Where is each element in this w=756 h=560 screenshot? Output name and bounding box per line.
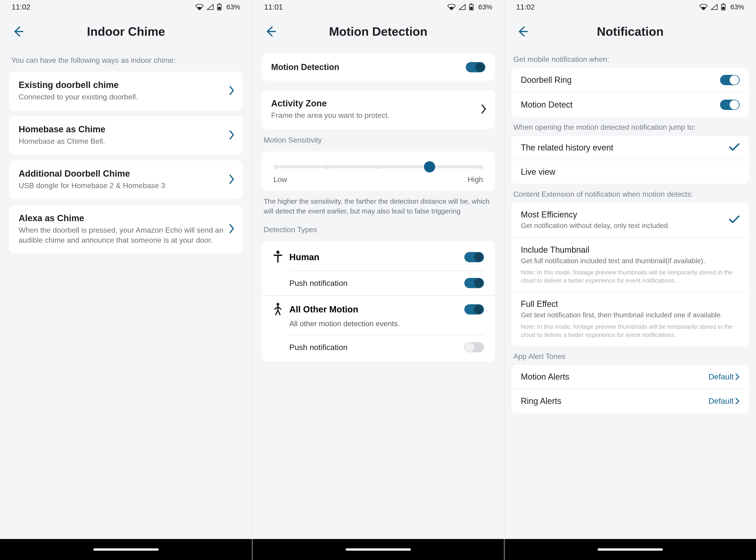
jump-to-list: The related history event Live view [512, 136, 749, 184]
sensitivity-slider-card: Low High [262, 152, 495, 191]
status-time: 11:01 [264, 3, 283, 12]
battery-icon [721, 3, 726, 11]
content-area: Get mobile notification when: Doorbell R… [504, 49, 756, 539]
page-title: Notification [504, 24, 756, 39]
arrow-left-icon [264, 25, 277, 38]
row-label: Live view [521, 167, 740, 177]
detection-type-all-other: All Other Motion All other motion detect… [262, 296, 495, 359]
back-button[interactable] [262, 23, 279, 40]
row-sub: Frame the area you want to protect. [271, 111, 485, 120]
opt-title: Include Thumbnail [521, 245, 740, 255]
option-sub: When the doorbell is pressed, your Amazo… [19, 225, 233, 245]
wifi-icon [447, 4, 456, 10]
svg-rect-2 [218, 7, 220, 10]
chevron-right-icon [481, 104, 487, 115]
status-bar: 11:02 63% [504, 0, 756, 14]
row-value: Default [709, 396, 734, 405]
system-navbar [504, 539, 756, 560]
home-indicator[interactable] [345, 548, 411, 551]
slider-thumb[interactable] [424, 161, 435, 173]
chevron-right-icon [229, 130, 235, 141]
home-indicator[interactable] [93, 548, 159, 551]
cell-signal-icon [207, 4, 214, 10]
check-icon [729, 215, 740, 225]
back-button[interactable] [514, 23, 531, 40]
row-label: Motion Alerts [521, 372, 709, 382]
push-label: Push notification [289, 279, 348, 288]
battery-percent: 63% [478, 3, 492, 11]
svg-point-6 [276, 251, 280, 254]
option-title: Alexa as Chime [19, 213, 233, 223]
chime-option-additional[interactable]: Additional Doorbell Chime USB dongle for… [9, 160, 243, 199]
wifi-icon [196, 4, 203, 10]
sensitivity-desc: The higher the sensitivity, the farther … [264, 197, 493, 216]
screen-notification: 11:02 63% Notification Get mobile notifi… [504, 0, 756, 560]
motion-detect-toggle[interactable] [720, 100, 740, 110]
dt-name: All Other Motion [289, 304, 358, 315]
notify-motion-detect: Motion Detect [512, 93, 749, 117]
content-area: You can have the following ways as indoo… [0, 49, 252, 539]
human-toggle[interactable] [464, 252, 484, 262]
row-label: Ring Alerts [521, 396, 709, 406]
row-title: Activity Zone [271, 98, 485, 108]
check-icon [729, 143, 740, 152]
option-title: Homebase as Chime [19, 124, 233, 134]
alert-tone-ring[interactable]: Ring Alerts Default [512, 389, 749, 413]
battery-icon [469, 3, 474, 11]
dt-name: Human [289, 252, 319, 262]
chime-option-alexa[interactable]: Alexa as Chime When the doorbell is pres… [9, 205, 243, 254]
jump-to-live-view[interactable]: Live view [512, 160, 749, 184]
chevron-right-icon [735, 373, 740, 381]
section-get-notification: Get mobile notification when: [513, 55, 747, 64]
opt-sub: Get full notification included text and … [521, 256, 740, 266]
back-button[interactable] [10, 23, 26, 40]
option-title: Additional Doorbell Chime [19, 169, 233, 179]
chevron-right-icon [229, 224, 235, 235]
doorbell-ring-toggle[interactable] [720, 75, 740, 85]
section-content-ext: Content Extension of notification when m… [513, 190, 747, 199]
slider-high-label: High [467, 175, 483, 184]
screen-indoor-chime: 11:02 63% Indoor Chime You can have the … [0, 0, 252, 560]
app-header: Indoor Chime [0, 14, 252, 49]
motion-detection-toggle[interactable] [466, 62, 485, 72]
home-indicator[interactable] [598, 548, 663, 551]
page-title: Motion Detection [253, 24, 504, 39]
row-label: Doorbell Ring [521, 75, 720, 85]
status-time: 11:02 [12, 3, 30, 12]
detection-type-human: Human Push notification [262, 243, 495, 296]
content-ext-list: Most Efficiency Get notification without… [512, 203, 749, 346]
chime-option-existing[interactable]: Existing doorbell chime Connected to you… [9, 72, 243, 111]
arrow-left-icon [516, 25, 529, 38]
human-push-toggle[interactable] [464, 278, 484, 288]
notify-when-list: Doorbell Ring Motion Detect [512, 68, 749, 117]
alert-tone-motion[interactable]: Motion Alerts Default [512, 365, 749, 389]
wifi-icon [699, 4, 708, 10]
detection-types-card: Human Push notification All Other Motion [262, 241, 495, 362]
all-other-push-toggle[interactable] [464, 342, 484, 352]
content-ext-full-effect[interactable]: Full Effect Get text notification first,… [512, 292, 749, 346]
app-header: Motion Detection [253, 14, 504, 49]
svg-rect-12 [722, 7, 724, 10]
activity-zone-row[interactable]: Activity Zone Frame the area you want to… [262, 90, 495, 129]
content-ext-most-efficiency[interactable]: Most Efficiency Get notification without… [512, 203, 749, 238]
status-time: 11:02 [516, 3, 535, 12]
motion-icon [273, 303, 283, 316]
chime-option-homebase[interactable]: Homebase as Chime Homebase as Chime Bell… [9, 116, 243, 155]
alert-tones-list: Motion Alerts Default Ring Alerts Defaul… [512, 365, 749, 413]
intro-text: You can have the following ways as indoo… [11, 56, 241, 65]
opt-sub: Get notification without delay, only tex… [521, 221, 724, 231]
section-alert-tones: App Alert Tones [513, 352, 747, 361]
content-ext-include-thumbnail[interactable]: Include Thumbnail Get full notification … [512, 238, 749, 292]
opt-note: Note: In this mode, footage preview thum… [521, 323, 740, 339]
page-title: Indoor Chime [0, 24, 252, 39]
all-other-toggle[interactable] [464, 304, 484, 315]
opt-sub: Get text notification first, then thumbn… [521, 310, 740, 320]
screen-motion-detection: 11:01 63% Motion Detection Motion Detect… [252, 0, 504, 560]
chevron-right-icon [229, 174, 235, 185]
row-label: The related history event [521, 143, 724, 153]
jump-to-history[interactable]: The related history event [512, 136, 749, 160]
option-sub: Connected to your existing doorbell. [19, 92, 233, 102]
sensitivity-slider[interactable] [276, 165, 481, 168]
arrow-left-icon [12, 25, 24, 38]
row-label: Motion Detect [521, 100, 720, 110]
